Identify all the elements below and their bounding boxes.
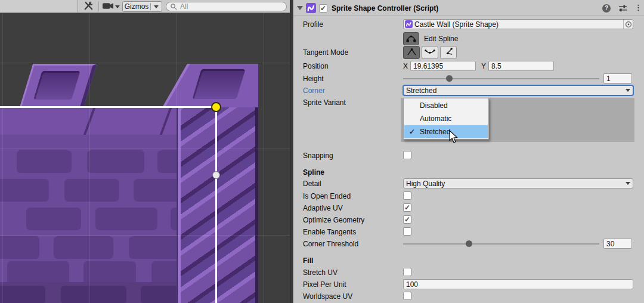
snapping-label: Snapping bbox=[303, 152, 333, 160]
spline-control-point[interactable] bbox=[212, 171, 220, 179]
stretch-uv-checkbox[interactable] bbox=[403, 268, 411, 276]
tangent-linear-icon bbox=[407, 47, 417, 58]
corner-threshold-slider-handle[interactable] bbox=[466, 240, 472, 247]
position-x-field[interactable]: 19.61395 bbox=[410, 61, 476, 71]
mouse-cursor-icon bbox=[449, 130, 459, 146]
detail-value: High Quality bbox=[406, 180, 626, 188]
spline-section-header: Spline bbox=[293, 167, 644, 178]
corner-threshold-label: Corner Threshold bbox=[303, 240, 358, 248]
panel-divider[interactable] bbox=[290, 0, 293, 303]
inspector-panel: Sprite Shape Controller (Script) ? ⋮ Pro… bbox=[293, 0, 644, 303]
camera-icon bbox=[103, 2, 114, 11]
corner-dropdown-menu: Disabled Automatic ✓ Stretched bbox=[403, 98, 489, 140]
position-x-label: X bbox=[403, 62, 408, 70]
pixel-per-unit-field[interactable]: 100 bbox=[403, 279, 633, 289]
object-picker-icon[interactable] bbox=[623, 20, 633, 29]
edit-spline-button[interactable] bbox=[403, 32, 419, 45]
edit-spline-label: Edit Spline bbox=[424, 35, 458, 43]
grid-line bbox=[0, 235, 290, 236]
scene-view[interactable] bbox=[0, 13, 290, 303]
is-open-ended-label: Is Open Ended bbox=[303, 192, 351, 200]
tangent-continuous-button[interactable] bbox=[422, 46, 438, 59]
pixel-per-unit-row: Pixel Per Unit 100 bbox=[293, 279, 644, 290]
optimize-geometry-label: Optimize Geometry bbox=[303, 216, 364, 224]
scene-search-field[interactable] bbox=[166, 2, 287, 11]
toolbar-empty-field bbox=[0, 0, 78, 13]
height-value-field[interactable]: 1 bbox=[603, 73, 632, 84]
height-slider-track[interactable] bbox=[403, 78, 599, 79]
position-y-label: Y bbox=[481, 62, 486, 70]
context-menu-icon[interactable]: ⋮ bbox=[634, 3, 642, 12]
worldspace-uv-checkbox[interactable] bbox=[403, 292, 411, 300]
pixel-per-unit-label: Pixel Per Unit bbox=[303, 280, 346, 289]
wall-corner-column bbox=[177, 107, 258, 303]
scene-camera-button[interactable] bbox=[101, 1, 120, 13]
component-header[interactable]: Sprite Shape Controller (Script) ? ⋮ bbox=[293, 0, 644, 16]
toolbar-separator bbox=[98, 1, 99, 11]
snapping-checkbox[interactable] bbox=[403, 151, 411, 159]
fill-section-header: Fill bbox=[293, 255, 644, 266]
optimize-geometry-checkbox[interactable] bbox=[403, 215, 411, 224]
sprite-shape-icon bbox=[306, 3, 316, 13]
profile-label: Profile bbox=[303, 20, 323, 29]
tangent-mode-label: Tangent Mode bbox=[303, 48, 348, 57]
tangent-mode-row: Tangent Mode bbox=[293, 46, 644, 60]
grid-line bbox=[89, 13, 90, 303]
spline-edge-horizontal[interactable] bbox=[0, 106, 216, 108]
grid-line bbox=[2, 13, 3, 303]
height-label: Height bbox=[303, 75, 324, 83]
corner-threshold-row: Corner Threshold 30 bbox=[293, 239, 644, 249]
snapping-row: Snapping bbox=[293, 150, 644, 161]
sprite-shape-icon bbox=[405, 20, 413, 28]
scene-toolbar: Gizmos bbox=[0, 0, 290, 13]
optimize-geometry-row: Optimize Geometry bbox=[293, 215, 644, 225]
profile-object-field[interactable]: Castle Wall (Sprite Shape) bbox=[403, 19, 633, 29]
menu-item-disabled[interactable]: Disabled bbox=[404, 99, 488, 112]
enable-tangents-label: Enable Tangents bbox=[303, 228, 356, 236]
corner-threshold-slider-track[interactable] bbox=[403, 243, 599, 245]
adaptive-uv-checkbox[interactable] bbox=[403, 203, 411, 212]
position-y-field[interactable]: 8.5 bbox=[488, 61, 554, 71]
gizmos-divider bbox=[150, 3, 151, 10]
unity-editor-window: Gizmos bbox=[0, 0, 644, 303]
spline-control-point-selected[interactable] bbox=[211, 102, 221, 112]
menu-item-stretched[interactable]: ✓ Stretched bbox=[404, 125, 488, 138]
search-icon bbox=[170, 3, 178, 11]
spline-section-title: Spline bbox=[303, 168, 324, 177]
gizmos-dropdown[interactable]: Gizmos bbox=[122, 1, 162, 12]
custom-tools-button[interactable] bbox=[81, 1, 95, 13]
position-row: Position X 19.61395 Y 8.5 bbox=[293, 61, 644, 72]
wall-dark-band bbox=[0, 282, 177, 303]
profile-value: Castle Wall (Sprite Shape) bbox=[414, 20, 623, 29]
corner-threshold-value-field[interactable]: 30 bbox=[603, 239, 632, 249]
grid-line bbox=[0, 63, 290, 63]
is-open-ended-checkbox[interactable] bbox=[403, 191, 411, 200]
component-enabled-checkbox[interactable] bbox=[319, 4, 327, 13]
height-slider-handle[interactable] bbox=[446, 75, 453, 82]
grid-line bbox=[264, 13, 264, 303]
fill-section-title: Fill bbox=[303, 256, 313, 265]
menu-item-label: Stretched bbox=[420, 128, 450, 136]
menu-item-automatic[interactable]: Automatic bbox=[404, 112, 488, 125]
tangent-broken-button[interactable] bbox=[440, 46, 457, 59]
is-open-ended-row: Is Open Ended bbox=[293, 191, 644, 202]
detail-dropdown[interactable]: High Quality bbox=[403, 178, 633, 188]
tangent-linear-button[interactable] bbox=[403, 46, 420, 59]
help-icon[interactable]: ? bbox=[602, 4, 611, 13]
spline-edge-vertical[interactable] bbox=[215, 106, 217, 303]
search-input[interactable] bbox=[180, 2, 283, 11]
enable-tangents-checkbox[interactable] bbox=[403, 227, 411, 236]
stretch-uv-label: Stretch UV bbox=[303, 268, 338, 277]
tangent-broken-icon bbox=[444, 47, 454, 58]
detail-label: Detail bbox=[303, 180, 321, 188]
wall-merlon bbox=[20, 64, 97, 107]
worldspace-uv-label: Worldspace UV bbox=[303, 292, 352, 301]
adaptive-uv-row: Adaptive UV bbox=[293, 203, 644, 214]
position-label: Position bbox=[303, 62, 329, 70]
menu-item-label: Automatic bbox=[420, 115, 451, 123]
presets-icon[interactable] bbox=[618, 5, 627, 14]
corner-dropdown[interactable]: Stretched bbox=[403, 85, 633, 95]
chevron-down-icon bbox=[115, 5, 120, 8]
foldout-arrow-icon[interactable] bbox=[297, 6, 303, 10]
adaptive-uv-label: Adaptive UV bbox=[303, 204, 343, 212]
